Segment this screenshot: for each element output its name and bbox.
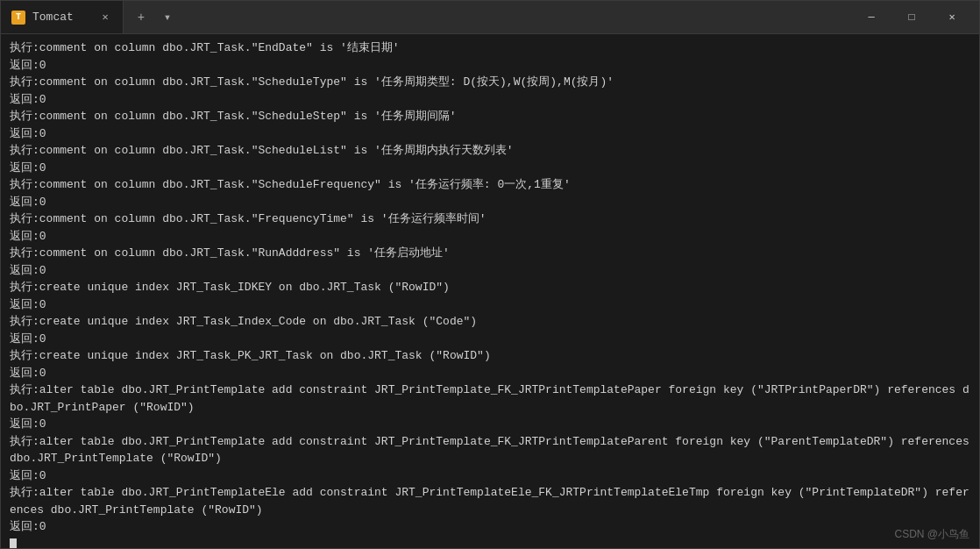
return-line: 返回:0 bbox=[10, 262, 970, 280]
active-tab[interactable]: T Tomcat ✕ bbox=[1, 1, 124, 33]
exec-line: 执行:comment on column dbo.JRT_Task."Frequ… bbox=[10, 210, 970, 228]
exec-line: 执行:alter table dbo.JRT_PrintTemplate add… bbox=[10, 433, 970, 467]
terminal-cursor bbox=[10, 538, 17, 549]
exec-line: 执行:comment on column dbo.JRT_Task."RunAd… bbox=[10, 245, 970, 262]
exec-line: 执行:comment on column dbo.JRT_Task."Sched… bbox=[10, 108, 970, 125]
terminal-output: 执行:comment on column dbo.JRT_Task."EndDa… bbox=[1, 34, 979, 548]
minimize-button[interactable]: — bbox=[851, 1, 891, 34]
cursor-line bbox=[10, 536, 970, 549]
return-line: 返回:0 bbox=[10, 228, 970, 246]
exec-line: 执行:create unique index JRT_Task_Index_Co… bbox=[10, 313, 970, 331]
return-line: 返回:0 bbox=[10, 416, 970, 433]
tab-title: Tomcat bbox=[32, 11, 91, 24]
exec-line: 执行:alter table dbo.JRT_PrintTemplate add… bbox=[10, 381, 970, 416]
return-line: 返回:0 bbox=[10, 160, 970, 177]
tab-area: T Tomcat ✕ + ▾ bbox=[1, 1, 844, 33]
exec-line: 执行:create unique index JRT_Task_IDKEY on… bbox=[10, 279, 970, 296]
titlebar: T Tomcat ✕ + ▾ — □ ✕ bbox=[1, 1, 979, 34]
tab-close-button[interactable]: ✕ bbox=[98, 11, 112, 25]
return-line: 返回:0 bbox=[10, 467, 970, 485]
tab-actions: + ▾ bbox=[124, 7, 185, 28]
exec-line: 执行:comment on column dbo.JRT_Task."EndDa… bbox=[10, 39, 970, 57]
tab-dropdown-button[interactable]: ▾ bbox=[157, 7, 178, 28]
return-line: 返回:0 bbox=[10, 518, 970, 536]
exec-line: 执行:alter table dbo.JRT_PrintTemplateEle … bbox=[10, 484, 970, 518]
exec-line: 执行:comment on column dbo.JRT_Task."Sched… bbox=[10, 142, 970, 160]
tab-icon: T bbox=[11, 11, 25, 25]
return-line: 返回:0 bbox=[10, 57, 970, 75]
return-line: 返回:0 bbox=[10, 125, 970, 143]
exec-line: 执行:create unique index JRT_Task_PK_JRT_T… bbox=[10, 347, 970, 365]
return-line: 返回:0 bbox=[10, 194, 970, 211]
maximize-button[interactable]: □ bbox=[891, 1, 932, 34]
return-line: 返回:0 bbox=[10, 365, 970, 382]
watermark: CSDN @小鸟鱼 bbox=[894, 527, 969, 542]
window-controls: — □ ✕ bbox=[844, 1, 979, 34]
exec-line: 执行:comment on column dbo.JRT_Task."Sched… bbox=[10, 176, 970, 194]
return-line: 返回:0 bbox=[10, 296, 970, 314]
return-line: 返回:0 bbox=[10, 331, 970, 348]
exec-line: 执行:comment on column dbo.JRT_Task."Sched… bbox=[10, 74, 970, 91]
new-tab-button[interactable]: + bbox=[131, 7, 152, 28]
main-window: T Tomcat ✕ + ▾ — □ ✕ 执行:comment on colum… bbox=[0, 0, 980, 549]
return-line: 返回:0 bbox=[10, 91, 970, 109]
close-button[interactable]: ✕ bbox=[932, 1, 972, 34]
